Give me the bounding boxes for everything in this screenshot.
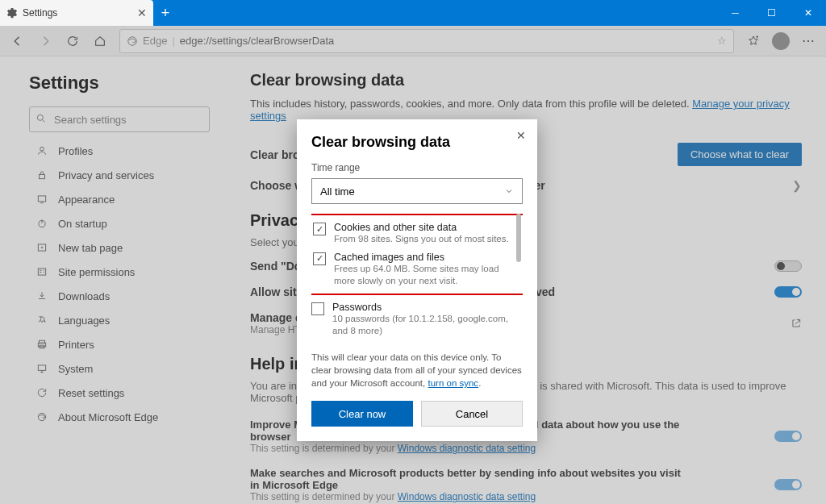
close-window-button[interactable]: ✕ xyxy=(790,0,826,26)
time-range-label: Time range xyxy=(311,162,523,173)
clear-data-dialog: ✕ Clear browsing data Time range All tim… xyxy=(297,119,537,441)
checkbox-icon xyxy=(311,302,324,315)
clear-now-button[interactable]: Clear now xyxy=(311,401,413,427)
checkbox-cookies[interactable]: Cookies and other site dataFrom 98 sites… xyxy=(313,219,518,248)
highlighted-options: Cookies and other site dataFrom 98 sites… xyxy=(311,214,523,295)
checkbox-autofill[interactable]: Autofill form data (includes forms and c… xyxy=(311,340,519,341)
checkbox-cache[interactable]: Cached images and filesFrees up 64.0 MB.… xyxy=(313,248,518,290)
tab-close-button[interactable]: ✕ xyxy=(137,6,147,19)
dialog-close-button[interactable]: ✕ xyxy=(516,129,526,142)
sync-disclaimer: This will clear your data on this device… xyxy=(311,351,523,389)
gear-icon xyxy=(6,7,18,19)
turn-on-sync-link[interactable]: turn on sync xyxy=(428,378,478,388)
maximize-button[interactable]: ☐ xyxy=(753,0,790,26)
time-range-select[interactable]: All time xyxy=(311,178,523,204)
checkbox-icon xyxy=(313,252,326,265)
minimize-button[interactable]: ─ xyxy=(717,0,753,26)
checkbox-passwords[interactable]: Passwords10 passwords (for 10.1.2.158, g… xyxy=(311,298,519,340)
chevron-down-icon xyxy=(504,186,514,196)
scrollbar-thumb[interactable] xyxy=(516,214,521,262)
checkbox-icon xyxy=(313,223,326,235)
dialog-title: Clear browsing data xyxy=(311,134,523,151)
browser-tab[interactable]: Settings ✕ xyxy=(0,0,153,26)
cancel-button[interactable]: Cancel xyxy=(421,401,523,427)
tab-title: Settings xyxy=(23,7,57,19)
new-tab-button[interactable]: + xyxy=(153,0,177,26)
